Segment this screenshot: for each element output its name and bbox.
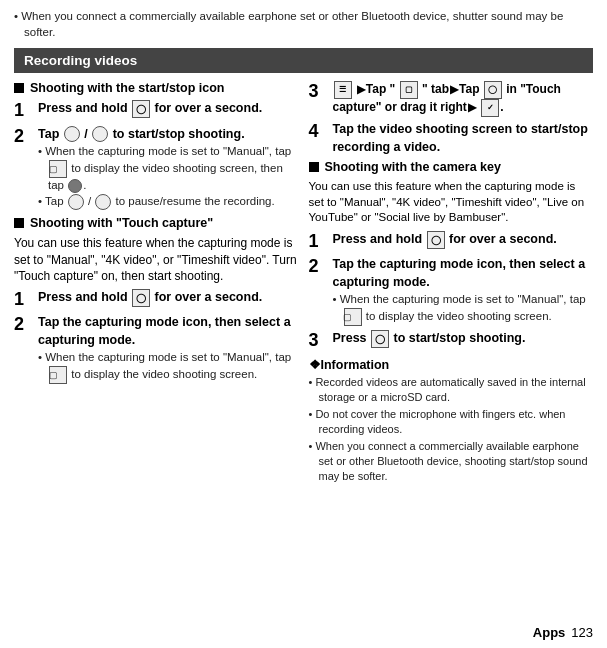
camera-key-icon4: ◯ bbox=[371, 330, 389, 348]
toggle-icon: ◯ bbox=[484, 81, 502, 99]
video-icon3: ▢ bbox=[344, 308, 362, 326]
camera-key-icon: ◯ bbox=[132, 100, 150, 118]
subsection-startstop: Shooting with the start/stop icon 1 Pres… bbox=[14, 81, 299, 210]
step-2-cam: 2 Tap the capturing mode icon, then sele… bbox=[309, 256, 594, 326]
step-2-left: 2 Tap / to start/stop shooting. • When t… bbox=[14, 126, 299, 211]
camerakey-body: You can use this feature when the captur… bbox=[309, 179, 594, 226]
info-bullet-1: • Recorded videos are automatically save… bbox=[309, 375, 594, 405]
subsection1-header: Shooting with the start/stop icon bbox=[14, 81, 299, 95]
step-3-cam: 3 Press ◯ to start/stop shooting. bbox=[309, 330, 594, 352]
black-square-icon2 bbox=[14, 218, 24, 228]
subsection-camerakey: Shooting with the camera key You can use… bbox=[309, 160, 594, 351]
video-icon2: ▢ bbox=[49, 366, 67, 384]
tab-icon: ▢ bbox=[400, 81, 418, 99]
dot-icon bbox=[68, 179, 82, 193]
page: • When you connect a commercially availa… bbox=[0, 0, 607, 648]
step-3-right: 3 ☰ ▶Tap " ▢ " tab▶Tap ◯ in "Touch captu… bbox=[309, 81, 594, 117]
two-col-layout: Shooting with the start/stop icon 1 Pres… bbox=[14, 81, 593, 485]
info-header: ❖Information bbox=[309, 357, 594, 372]
step-1-left: 1 Press and hold ◯ for over a second. bbox=[14, 100, 299, 122]
info-bullet-2: • Do not cover the microphone with finge… bbox=[309, 407, 594, 437]
touchcapture-body: You can use this feature when the captur… bbox=[14, 235, 299, 284]
stop-icon bbox=[92, 126, 108, 142]
left-column: Shooting with the start/stop icon 1 Pres… bbox=[14, 81, 299, 485]
step-2-touch: 2 Tap the capturing mode icon, then sele… bbox=[14, 314, 299, 384]
camera-key-icon3: ◯ bbox=[427, 231, 445, 249]
confirm-icon: ✓ bbox=[481, 99, 499, 117]
page-number: 123 bbox=[571, 625, 593, 640]
record-icon bbox=[64, 126, 80, 142]
black-square-icon3 bbox=[309, 162, 319, 172]
top-note: • When you connect a commercially availa… bbox=[14, 8, 593, 40]
subsection-touchcapture: Shooting with "Touch capture" You can us… bbox=[14, 216, 299, 384]
subsection-camerakey-header: Shooting with the camera key bbox=[309, 160, 594, 174]
black-square-icon bbox=[14, 83, 24, 93]
video-icon: ▢ bbox=[49, 160, 67, 178]
step-4-right: 4 Tap the video shooting screen to start… bbox=[309, 121, 594, 156]
pause-icon bbox=[68, 194, 84, 210]
info-bullet-3: • When you connect a commercially availa… bbox=[309, 439, 594, 484]
camera-key-icon2: ◯ bbox=[132, 289, 150, 307]
subsection2-header: Shooting with "Touch capture" bbox=[14, 216, 299, 230]
step-1-touch: 1 Press and hold ◯ for over a second. bbox=[14, 289, 299, 311]
info-section: ❖Information • Recorded videos are autom… bbox=[309, 357, 594, 483]
step-1-cam: 1 Press and hold ◯ for over a second. bbox=[309, 231, 594, 253]
footer: Apps 123 bbox=[533, 625, 593, 640]
section-header: Recording videos bbox=[14, 48, 593, 73]
resume-icon bbox=[95, 194, 111, 210]
menu-icon: ☰ bbox=[334, 81, 352, 99]
apps-label: Apps bbox=[533, 625, 566, 640]
right-column: 3 ☰ ▶Tap " ▢ " tab▶Tap ◯ in "Touch captu… bbox=[309, 81, 594, 485]
